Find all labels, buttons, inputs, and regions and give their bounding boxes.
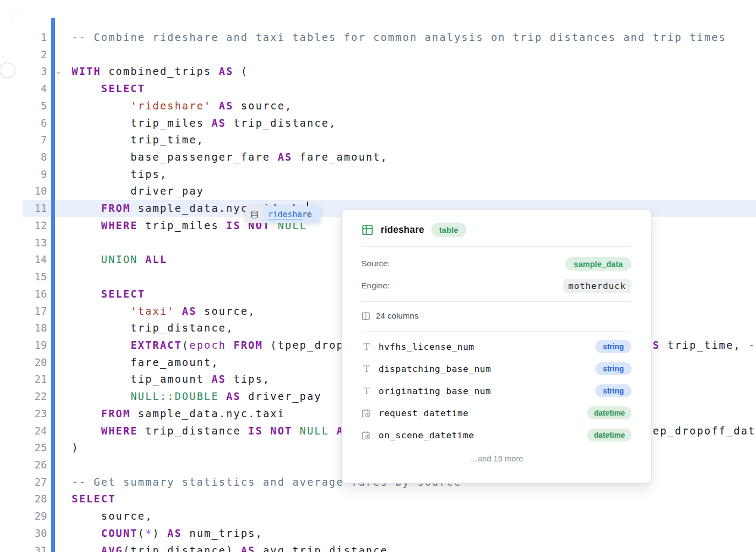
line-number: 18 [25,320,47,337]
code-text: 'taxi' AS source, [72,303,256,320]
code-line[interactable]: 29 source, [23,508,756,525]
code-line[interactable]: 4 SELECT [23,80,756,98]
source-label: Source: [361,259,390,268]
line-number: 21 [25,371,47,388]
column-row: on_scene_datetime datetime [361,428,631,442]
column-name: originating_base_num [379,386,595,396]
code-line[interactable]: 28SELECT [23,491,756,508]
source-badge: sample_data [565,257,631,271]
code-line[interactable]: 1-- Combine rideshare and taxi tables fo… [23,29,756,46]
code-line[interactable]: 9 tips, [23,166,756,183]
column-type-badge: datetime [587,429,631,441]
table-type-badge: table [431,223,466,237]
column-type-badge: string [595,384,631,397]
statement-gutter-bar [51,18,55,552]
code-text: -- Combine rideshare and taxi tables for… [72,29,726,46]
line-number: 30 [25,525,47,542]
autocomplete-popup: rideshare [245,206,320,223]
datetime-type-icon [361,431,372,440]
line-number: 6 [25,115,47,132]
code-text: base_passenger_fare AS fare_amount, [72,149,388,166]
line-number: 3 [25,63,47,80]
divider [361,301,631,302]
column-row: T originating_base_num string [361,384,631,398]
string-type-icon: T [361,385,372,396]
database-icon [245,206,263,223]
code-text: AVG(trip_distance) AS avg_trip_distance, [72,542,395,552]
code-line[interactable]: 7 trip_time, [23,132,756,149]
code-line[interactable]: 3⌄WITH combined_trips AS ( [23,63,756,80]
code-line[interactable]: 5 'rideshare' AS source, [23,98,756,115]
line-number: 16 [25,286,47,303]
line-number: 20 [25,354,47,371]
code-line[interactable]: 10 driver_pay [23,183,756,200]
column-name: hvfhs_license_num [379,342,595,352]
line-number: 2 [25,46,47,64]
columns-count-row: 24 columns [361,309,631,322]
divider [361,331,631,332]
code-text: SELECT [72,286,145,303]
table-icon [361,224,374,236]
column-name: dispatching_base_num [379,364,595,374]
line-number: 29 [25,508,47,525]
line-number: 19 [25,337,47,354]
datetime-type-icon [361,409,372,418]
line-number: 23 [25,405,47,423]
code-text: source, [72,508,153,525]
line-number: 27 [25,474,47,491]
code-text: tips, [72,166,167,183]
code-text: UNION ALL [72,251,167,268]
column-row: T hvfhs_license_num string [361,340,631,354]
column-name: on_scene_datetime [379,430,587,440]
line-number: 8 [25,149,47,166]
string-type-icon: T [361,341,372,352]
code-line[interactable]: 2 [23,46,756,64]
line-number: 5 [25,98,47,115]
code-line[interactable]: 30 COUNT(*) AS num_trips, [23,525,756,542]
code-line[interactable]: 8 base_passenger_fare AS fare_amount, [23,149,756,166]
autocomplete-rest-text: re [302,210,312,219]
engine-label: Engine: [361,281,390,291]
line-number: 14 [25,251,47,268]
autocomplete-matched-text: ridesha [268,210,302,219]
line-number: 26 [25,457,47,474]
line-number: 1 [25,29,47,46]
code-text: trip_miles AS trip_distance, [72,115,336,132]
code-text: SELECT [72,80,145,98]
line-number: 13 [25,234,47,252]
column-row: request_datetime datetime [361,406,631,420]
code-text: FROM sample_data.nyc.taxi [72,405,285,423]
line-number: 7 [25,132,47,149]
code-text: trip_time, [72,132,204,149]
engine-badge: motherduck [563,279,631,293]
more-columns-note: …and 19 more [361,454,631,463]
code-line[interactable]: 31 AVG(trip_distance) AS avg_trip_distan… [23,542,756,552]
code-text: tip_amount AS tips, [72,371,270,388]
line-number: 24 [25,423,47,440]
code-text: NULL::DOUBLE AS driver_pay [72,388,322,405]
table-name: rideshare [381,224,424,236]
code-text: SELECT [72,491,116,508]
line-number: 31 [25,542,47,552]
panel-collapse-handle[interactable] [0,63,15,78]
code-text: fare_amount, [72,354,219,371]
autocomplete-item-rideshare[interactable]: rideshare [263,206,320,223]
columns-count: 24 columns [376,311,418,321]
column-type-badge: string [595,340,631,353]
code-text: COUNT(*) AS num_trips, [72,525,263,542]
code-text: ) [72,439,79,457]
column-row: T dispatching_base_num string [361,362,631,376]
column-type-badge: datetime [587,406,631,419]
string-type-icon: T [361,363,372,374]
line-number: 4 [25,80,47,98]
column-name: request_datetime [379,408,587,418]
line-number: 12 [25,217,47,234]
line-number: 22 [25,388,47,405]
columns-icon [361,312,370,321]
line-number: 17 [25,303,47,320]
code-text: 'rideshare' AS source, [72,98,292,115]
code-line[interactable]: 6 trip_miles AS trip_distance, [23,115,756,132]
column-type-badge: string [595,362,631,375]
divider [361,246,631,247]
line-number: 25 [25,439,47,457]
